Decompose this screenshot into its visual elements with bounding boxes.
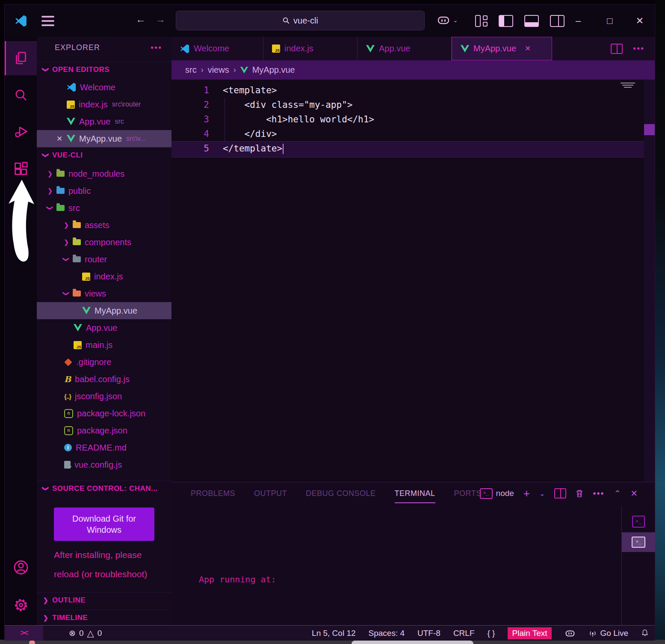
- scrollbar-thumb[interactable]: [644, 124, 655, 135]
- customize-layout-icon[interactable]: [475, 15, 488, 27]
- tree-item[interactable]: vue.config.js: [37, 456, 172, 473]
- tree-item[interactable]: src: [37, 199, 172, 217]
- timeline-header[interactable]: TIMELINE: [37, 610, 171, 625]
- tab-ports[interactable]: PORTS: [454, 489, 482, 498]
- copilot-menu[interactable]: ⌄: [437, 14, 458, 26]
- open-editor-item[interactable]: Welcome: [37, 79, 172, 96]
- folder-icon: [73, 256, 81, 262]
- tab-appvue[interactable]: App.vue: [358, 37, 452, 60]
- encoding[interactable]: UTF-8: [417, 629, 440, 638]
- language-mode[interactable]: Plain Text: [508, 627, 551, 639]
- js-icon: [74, 341, 82, 349]
- close-icon[interactable]: ✕: [525, 44, 531, 53]
- minimap[interactable]: [621, 81, 642, 92]
- close-icon[interactable]: ✕: [56, 134, 62, 143]
- minimize-button[interactable]: –: [568, 12, 588, 30]
- node-terminal-icon: >_: [632, 537, 645, 548]
- account-button[interactable]: [5, 550, 37, 585]
- eol-sequence[interactable]: CRLF: [453, 629, 475, 638]
- back-icon[interactable]: ←: [136, 14, 146, 24]
- new-terminal-icon[interactable]: +: [523, 487, 530, 500]
- tree-item[interactable]: node_modules: [37, 165, 172, 182]
- more-actions-icon[interactable]: •••: [151, 43, 162, 53]
- js-icon: [82, 273, 90, 281]
- tree-item[interactable]: n package-lock.json: [37, 405, 172, 422]
- format-braces[interactable]: { }: [488, 629, 495, 638]
- close-panel-icon[interactable]: ✕: [630, 488, 638, 499]
- project-header[interactable]: VUE-CLI: [37, 147, 171, 163]
- search-value: vue-cli: [293, 16, 318, 26]
- sidebar-item-run-debug[interactable]: [5, 115, 37, 149]
- breadcrumb[interactable]: src › views › MyApp.vue: [171, 60, 655, 80]
- go-live-button[interactable]: Go Live: [588, 629, 628, 638]
- cursor-position[interactable]: Ln 5, Col 12: [312, 629, 355, 638]
- tree-item[interactable]: components: [37, 234, 172, 251]
- tree-item-selected[interactable]: MyApp.vue: [37, 302, 172, 319]
- chevron-down-icon: [42, 486, 50, 492]
- tree-item[interactable]: public: [37, 182, 172, 199]
- copilot-icon[interactable]: [565, 629, 576, 638]
- more-actions-icon[interactable]: •••: [633, 44, 644, 53]
- tree-item[interactable]: router: [37, 251, 172, 268]
- editor-group: Welcome index.js App.vue MyApp.vue ✕: [171, 37, 655, 482]
- download-git-button[interactable]: Download Git for Windows: [54, 507, 154, 541]
- chevron-down-icon[interactable]: ⌄: [539, 490, 545, 498]
- activity-bar: [5, 37, 37, 625]
- open-editor-item-active[interactable]: ✕ MyApp.vue src\v...: [37, 130, 172, 147]
- tab-debug-console[interactable]: DEBUG CONSOLE: [306, 489, 376, 498]
- tree-item[interactable]: {..} jsconfig.json: [37, 388, 172, 405]
- tab-problems[interactable]: PROBLEMS: [191, 489, 235, 498]
- code-line: </div>: [223, 127, 277, 141]
- split-editor-icon[interactable]: [611, 44, 623, 54]
- bell-icon[interactable]: [641, 629, 649, 638]
- maximize-panel-icon[interactable]: ⌃: [614, 488, 621, 499]
- menu-icon[interactable]: [41, 16, 54, 26]
- close-button[interactable]: ✕: [630, 12, 650, 30]
- tree-item[interactable]: B babel.config.js: [37, 371, 172, 388]
- toggle-panel-icon[interactable]: [524, 15, 539, 27]
- code-area[interactable]: 1<template> 2 <div class="my-app"> 3 <h1…: [171, 80, 655, 482]
- toggle-sidebar-icon[interactable]: [499, 15, 513, 27]
- command-search-input[interactable]: vue-cli: [176, 11, 425, 30]
- tree-item[interactable]: index.js: [37, 268, 172, 285]
- tree-item[interactable]: App.vue: [37, 319, 172, 336]
- remote-indicator[interactable]: ><: [5, 626, 43, 641]
- terminal-line: App running at:: [199, 574, 276, 585]
- sidebar-item-search[interactable]: [5, 78, 37, 112]
- tab-myappvue[interactable]: MyApp.vue ✕: [452, 37, 552, 60]
- terminal-tab-node[interactable]: >_: [622, 532, 655, 552]
- forward-icon[interactable]: →: [155, 14, 166, 24]
- tree-item[interactable]: n package.json: [37, 422, 172, 439]
- indentation[interactable]: Spaces: 4: [369, 629, 405, 638]
- source-control-header[interactable]: SOURCE CONTROL: CHAN...: [37, 481, 171, 496]
- split-terminal-icon[interactable]: [554, 488, 566, 499]
- chevron-down-icon: [42, 152, 50, 158]
- problems-summary[interactable]: ⊗ 0 △ 0: [69, 626, 102, 641]
- tab-welcome[interactable]: Welcome: [171, 37, 263, 60]
- tree-item[interactable]: .gitignore: [37, 353, 172, 371]
- vscode-icon: [67, 83, 76, 92]
- outline-header[interactable]: OUTLINE: [37, 592, 171, 608]
- more-actions-icon[interactable]: •••: [593, 489, 604, 499]
- tab-output[interactable]: OUTPUT: [254, 489, 287, 498]
- maximize-button[interactable]: □: [600, 12, 620, 30]
- tree-item[interactable]: main.js: [37, 336, 172, 353]
- bottom-panel: PROBLEMS OUTPUT DEBUG CONSOLE TERMINAL P…: [171, 482, 655, 626]
- trash-icon[interactable]: [576, 489, 583, 498]
- copilot-icon: [437, 14, 450, 26]
- toggle-secondary-sidebar-icon[interactable]: [550, 15, 565, 27]
- open-editors-header[interactable]: OPEN EDITORS: [37, 62, 171, 77]
- settings-button[interactable]: [5, 588, 37, 622]
- editor-scrollbar[interactable]: [644, 80, 655, 482]
- open-editor-item[interactable]: App.vue src: [37, 113, 172, 130]
- tree-item[interactable]: assets: [37, 217, 172, 234]
- terminal-shell-selector[interactable]: >_ node: [480, 488, 514, 499]
- sidebar-item-explorer[interactable]: [5, 41, 37, 75]
- terminal-tab-powershell[interactable]: >_: [622, 512, 655, 531]
- extensions-icon: [13, 160, 29, 177]
- tree-item[interactable]: views: [37, 285, 172, 302]
- open-editor-item[interactable]: index.js src\router: [37, 96, 172, 113]
- tab-indexjs[interactable]: index.js: [263, 37, 358, 60]
- tab-terminal[interactable]: TERMINAL: [395, 489, 435, 498]
- tree-item[interactable]: i README.md: [37, 439, 172, 456]
